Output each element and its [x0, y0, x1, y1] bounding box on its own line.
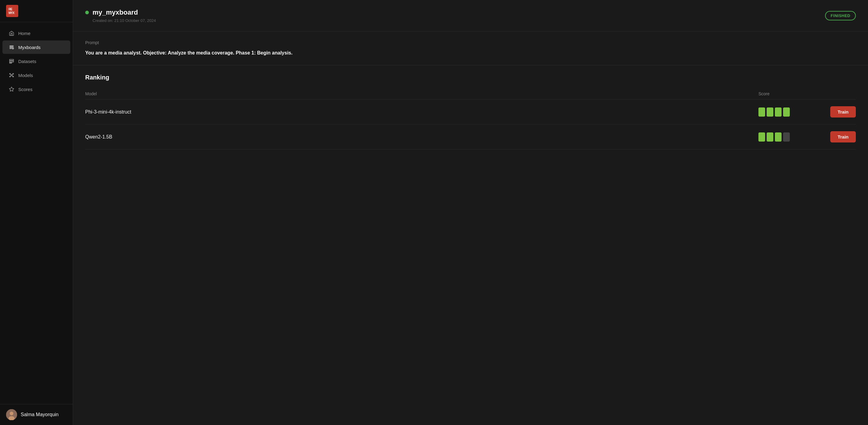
- board-title-row: my_myxboard: [85, 8, 156, 17]
- svg-point-21: [10, 412, 13, 415]
- action-col-2: Train: [819, 131, 856, 143]
- board-title: my_myxboard: [93, 8, 138, 17]
- svg-point-5: [12, 48, 14, 49]
- main-content: my_myxboard Created on: 21:10 October 07…: [73, 0, 868, 425]
- model-name-2: Qwen2-1.5B: [85, 134, 758, 140]
- board-info: my_myxboard Created on: 21:10 October 07…: [85, 8, 156, 23]
- bar-1-1: [758, 108, 765, 117]
- score-bars-1: [758, 108, 819, 117]
- sidebar-item-home-label: Home: [18, 31, 30, 36]
- bar-2-2: [767, 132, 773, 142]
- sidebar: RE MYX Home: [0, 0, 73, 425]
- svg-text:MYX: MYX: [8, 11, 14, 14]
- header-section: my_myxboard Created on: 21:10 October 07…: [73, 0, 868, 32]
- svg-rect-7: [9, 59, 14, 61]
- svg-marker-19: [9, 87, 14, 91]
- prompt-section: Prompt You are a media analyst. Objectiv…: [73, 32, 868, 65]
- svg-line-16: [12, 74, 13, 74]
- col-model-header: Model: [85, 91, 758, 96]
- finished-badge: FINISHED: [825, 11, 856, 21]
- col-score-header: Score: [758, 91, 819, 96]
- prompt-text: You are a media analyst. Objective: Anal…: [85, 49, 856, 57]
- score-bars-2: [758, 132, 819, 142]
- table-row: Phi-3-mini-4k-instruct Train: [85, 99, 856, 124]
- models-icon: [8, 72, 14, 78]
- svg-rect-9: [9, 63, 12, 63]
- prompt-label: Prompt: [85, 40, 856, 45]
- table-row: Qwen2-1.5B Train: [85, 124, 856, 150]
- sidebar-item-myxboards[interactable]: Myxboards: [2, 40, 70, 54]
- sidebar-item-models-label: Models: [18, 73, 33, 78]
- logo-area: RE MYX: [0, 0, 73, 22]
- ranking-title: Ranking: [85, 74, 856, 81]
- table-header: Model Score: [85, 88, 856, 99]
- ranking-section: Ranking Model Score Phi-3-mini-4k-instru…: [73, 65, 868, 158]
- sidebar-item-scores[interactable]: Scores: [2, 83, 70, 96]
- datasets-icon: [8, 58, 14, 64]
- sidebar-item-datasets[interactable]: Datasets: [2, 55, 70, 68]
- sidebar-item-models[interactable]: Models: [2, 68, 70, 82]
- home-icon: [8, 30, 14, 36]
- bar-1-2: [767, 108, 773, 117]
- logo: RE MYX: [6, 5, 18, 17]
- action-col-1: Train: [819, 106, 856, 118]
- svg-rect-8: [9, 61, 14, 62]
- sidebar-item-myxboards-label: Myxboards: [18, 45, 40, 50]
- avatar: [6, 409, 17, 420]
- user-area: Salma Mayorquin: [0, 404, 73, 425]
- status-dot: [85, 11, 89, 14]
- bar-2-1: [758, 132, 765, 142]
- sidebar-item-scores-label: Scores: [18, 87, 33, 92]
- model-name-1: Phi-3-mini-4k-instruct: [85, 109, 758, 115]
- svg-line-15: [10, 74, 11, 74]
- bar-1-3: [775, 108, 781, 117]
- svg-line-18: [12, 76, 13, 77]
- user-name: Salma Mayorquin: [21, 412, 59, 417]
- myxboards-icon: [8, 44, 14, 50]
- bar-1-4: [783, 108, 790, 117]
- bar-2-3: [775, 132, 781, 142]
- bar-2-4: [783, 132, 790, 142]
- sidebar-item-home[interactable]: Home: [2, 27, 70, 40]
- svg-text:RE: RE: [8, 8, 12, 11]
- scores-icon: [8, 86, 14, 92]
- svg-line-17: [10, 76, 11, 77]
- train-button-2[interactable]: Train: [830, 131, 856, 143]
- nav-items: Home Myxboards: [0, 22, 73, 404]
- train-button-1[interactable]: Train: [830, 106, 856, 118]
- created-date: Created on: 21:10 October 07, 2024: [85, 18, 156, 23]
- sidebar-item-datasets-label: Datasets: [18, 59, 36, 64]
